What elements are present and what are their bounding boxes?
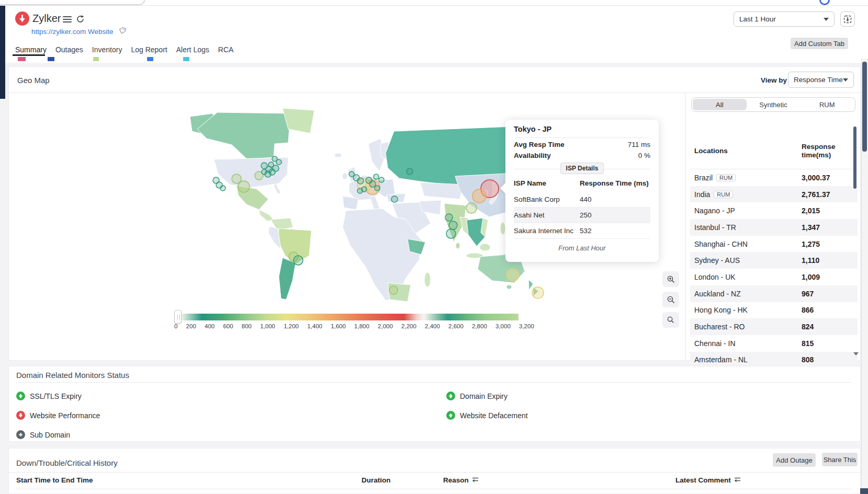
location-response-time: 3,000.37 [802,174,830,182]
location-row[interactable]: Istanbul - TR1,347 [690,219,858,236]
location-name: India [694,190,710,199]
tab-rca[interactable]: RCA [218,45,234,54]
magnifier-icon [667,316,675,324]
map-marker[interactable] [466,203,477,213]
location-row[interactable]: London - UK1,009 [690,269,858,285]
location-name: Amsterdam - NL [694,355,748,364]
location-response-time: 808 [802,355,814,364]
view-by-select[interactable]: Response Time [788,72,854,88]
map-marker[interactable] [357,178,364,184]
filter-icon[interactable] [472,476,479,484]
legend-tick: 1,400 [307,323,322,329]
legend-tick: 1,600 [331,323,346,329]
tab-log-report[interactable]: Log Report [131,45,167,54]
location-row[interactable]: Sydney - AUS1,110 [690,252,858,269]
avg-resp-value: 711 ms [628,141,650,151]
map-marker[interactable] [407,168,413,175]
domain-monitor-domain-expiry[interactable]: Domain Expiry [446,386,853,406]
location-name: Nagano - JP [694,206,735,215]
monitor-url-link[interactable]: https://zylker.com [31,28,86,36]
add-custom-tab-button[interactable]: Add Custom Tab [791,38,848,49]
location-response-time: 815 [802,339,814,348]
status-up-icon [446,411,455,420]
world-geo-map[interactable] [186,107,552,308]
add-to-dashboard-button[interactable] [840,12,855,27]
add-outage-button[interactable]: Add Outage [773,453,816,467]
monitor-header: Zylker https://zylker.com Website Summar… [0,6,868,63]
map-marker[interactable] [506,269,519,281]
domain-monitor-label: Website Defacement [460,411,528,420]
location-name: Sydney - AUS [694,256,740,265]
history-column-latest-comment[interactable]: Latest Comment [675,476,741,484]
avg-resp-label: Avg Resp Time [514,141,565,151]
tab-outages[interactable]: Outages [55,45,83,54]
hamburger-menu-icon[interactable] [63,16,72,23]
isp-name-column: ISP Name [514,179,546,187]
location-response-time: 967 [802,290,814,298]
share-this-button[interactable]: Share This [822,453,858,466]
map-marker[interactable] [445,214,453,221]
page-scrollbar-thumb[interactable] [862,62,867,152]
history-column-reason[interactable]: Reason [443,476,479,484]
location-row[interactable]: BrazilRUM3,000.37 [690,169,858,186]
map-zoom-reset-button[interactable] [662,312,679,328]
map-zoom-in-button[interactable] [662,271,679,287]
map-marker[interactable] [532,287,544,298]
location-row[interactable]: Nagano - JP2,015 [690,202,858,219]
filter-icon[interactable] [734,476,741,484]
isp-response-time: 440 [580,196,592,203]
map-marker[interactable] [379,177,384,182]
map-marker[interactable] [472,189,486,203]
location-row[interactable]: Chennai - IN815 [690,335,858,352]
tab-alert-logs[interactable]: Alert Logs [176,45,209,54]
map-marker[interactable] [294,256,303,265]
legend-tick: 2,400 [425,323,440,329]
map-marker[interactable] [220,186,226,191]
panel-scroll-down-icon[interactable] [853,352,859,355]
map-marker[interactable] [449,221,457,229]
dashboard-pin-icon [843,15,852,24]
map-marker[interactable] [272,156,277,162]
map-zoom-out-button[interactable] [662,292,679,307]
location-row[interactable]: Auckland - NZ967 [690,285,858,302]
tab-summary[interactable]: Summary [15,45,47,54]
time-range-select[interactable]: Last 1 Hour [734,12,835,27]
domain-monitor-website-performance[interactable]: Website Performance [16,406,446,425]
location-name: Istanbul - TR [694,223,736,232]
domain-monitor-website-defacement[interactable]: Website Defacement [446,406,853,425]
map-marker[interactable] [369,181,376,187]
status-add-icon [16,430,25,439]
map-marker[interactable] [391,196,398,202]
cutoff-legend-chip [18,57,26,61]
panel-tab-all[interactable]: All [693,99,747,110]
monitor-type-link[interactable]: Website [88,28,114,36]
panel-tab-synthetic[interactable]: Synthetic [747,99,801,110]
panel-tab-rum[interactable]: RUM [800,99,854,110]
map-marker[interactable] [232,174,241,183]
isp-name: Sakura Internet Inc [514,227,573,235]
tag-icon[interactable] [118,27,127,35]
panel-scrollbar-thumb[interactable] [853,127,856,189]
zoom-out-icon [667,295,675,304]
map-marker[interactable] [375,186,380,191]
map-marker[interactable] [446,229,456,238]
location-row[interactable]: Hong Kong - HK866 [690,302,858,319]
legend-range-handle[interactable] [174,310,182,324]
geo-map-card: Geo Map View by Response Time [8,66,861,361]
location-row[interactable]: Shanghai - CHN1,275 [690,236,858,252]
legend-tick: 3,000 [495,323,511,329]
map-marker[interactable] [273,165,279,171]
location-row[interactable]: Bucharest - RO824 [690,318,858,335]
domain-monitor-label: Sub Domain [30,431,70,439]
map-marker[interactable] [262,169,267,175]
legend-gradient-bar[interactable] [182,314,518,320]
map-marker[interactable] [374,174,379,179]
location-row[interactable]: IndiaRUM2,761.37 [690,186,858,203]
map-marker[interactable] [357,188,363,193]
map-marker[interactable] [389,286,398,294]
tab-inventory[interactable]: Inventory [92,45,122,54]
domain-monitor-ssl-tls-expiry[interactable]: SSL/TLS Expiry [16,386,446,406]
isp-row: SoftBank Corp440 [514,192,650,208]
refresh-icon[interactable] [76,15,85,24]
domain-monitor-sub-domain[interactable]: Sub Domain [16,425,446,444]
